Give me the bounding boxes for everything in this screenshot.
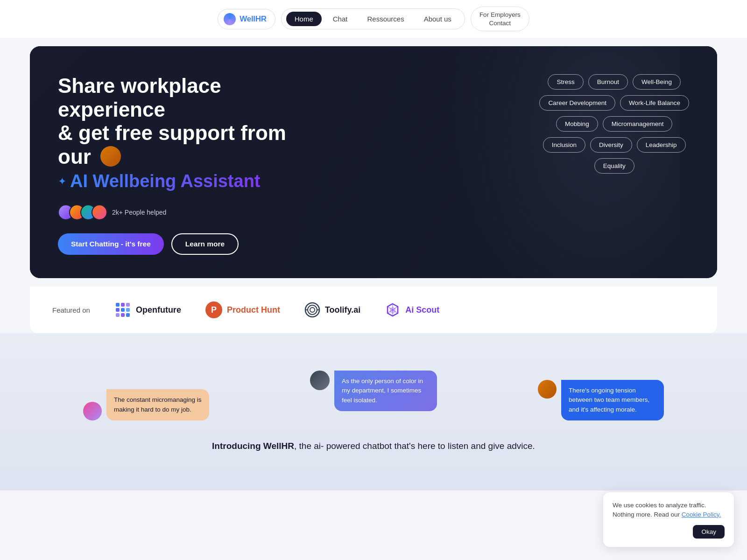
chat-avatar-2 xyxy=(310,371,330,390)
tag-career[interactable]: Career Development xyxy=(539,95,615,111)
hero-tags: Stress Burnout Well-Being Career Develop… xyxy=(539,74,689,174)
logo[interactable]: WellHR xyxy=(218,9,275,29)
svg-rect-1 xyxy=(121,303,125,307)
start-chatting-button[interactable]: Start Chatting - it's free xyxy=(58,233,164,255)
nav-cta-line1: For Employers xyxy=(479,11,521,19)
aiscout-icon xyxy=(385,302,401,318)
openfuture-text: Openfuture xyxy=(136,305,181,315)
svg-rect-4 xyxy=(121,308,125,312)
hero-title: Share workplace experience & get free su… xyxy=(58,74,319,168)
producthunt-icon: P xyxy=(205,301,222,318)
tag-mobbing[interactable]: Mobbing xyxy=(556,116,598,132)
openfuture-logo[interactable]: Openfuture xyxy=(114,301,181,318)
svg-rect-8 xyxy=(126,313,130,317)
learn-more-button[interactable]: Learn more xyxy=(171,233,239,255)
svg-rect-5 xyxy=(126,308,130,312)
openfuture-icon xyxy=(114,301,131,318)
nav-chat[interactable]: Chat xyxy=(324,12,356,26)
intro-bold: Introducing WellHR xyxy=(212,441,294,451)
tag-micromanagement[interactable]: Micromanagement xyxy=(603,116,673,132)
chat-avatar-3 xyxy=(538,380,557,399)
toolify-icon xyxy=(304,302,320,318)
hero-buttons: Start Chatting - it's free Learn more xyxy=(58,233,319,255)
svg-point-10 xyxy=(308,305,317,315)
logo-text: WellHR xyxy=(240,14,266,24)
chat-item-2: As the only person of color in my depart… xyxy=(310,371,437,411)
svg-rect-0 xyxy=(116,303,120,307)
cookie-policy-link[interactable]: Cookie Policy. xyxy=(682,511,721,518)
hero-section: Share workplace experience & get free su… xyxy=(30,46,717,278)
hero-tags-row-4: Inclusion Diversity Leadership xyxy=(539,137,689,153)
hero-avatars xyxy=(58,204,107,220)
chat-bubble-2: As the only person of color in my depart… xyxy=(334,371,437,411)
producthunt-logo[interactable]: P Product Hunt xyxy=(205,301,280,318)
tag-burnout[interactable]: Burnout xyxy=(588,74,628,90)
tag-stress[interactable]: Stress xyxy=(548,74,583,90)
nav-about[interactable]: About us xyxy=(416,12,460,26)
aiscout-logo[interactable]: Ai Scout xyxy=(385,302,439,318)
hero-tags-row-2: Career Development Work-Life Balance xyxy=(539,95,689,111)
chat-bubble-1: The constant micromanaging is making it … xyxy=(106,389,209,420)
nav-links: Home Chat Ressources About us xyxy=(281,8,465,29)
tag-equality[interactable]: Equality xyxy=(594,158,634,174)
people-count: 2k+ People helped xyxy=(112,209,166,216)
svg-rect-7 xyxy=(121,313,125,317)
nav-cta-line2: Contact xyxy=(479,19,521,28)
svg-rect-3 xyxy=(116,308,120,312)
chat-section: The constant micromanaging is making it … xyxy=(0,333,747,490)
aiscout-text: Ai Scout xyxy=(405,305,439,315)
hero-social-proof: 2k+ People helped xyxy=(58,204,319,220)
tag-leadership[interactable]: Leadership xyxy=(637,137,686,153)
cookie-banner: We use cookies to analyze traffic. Nothi… xyxy=(603,492,734,547)
producthunt-text: Product Hunt xyxy=(227,305,280,315)
cookie-okay-button[interactable]: Okay xyxy=(693,525,725,539)
chat-bubbles: The constant micromanaging is making it … xyxy=(37,361,710,420)
logo-icon xyxy=(224,13,236,25)
nav-ressources[interactable]: Ressources xyxy=(359,12,412,26)
svg-rect-6 xyxy=(116,313,120,317)
tag-diversity[interactable]: Diversity xyxy=(590,137,632,153)
svg-rect-2 xyxy=(126,303,130,307)
hero-ai-text: AI Wellbeing Assistant xyxy=(70,171,261,191)
chat-bubble-3: There's ongoing tension between two team… xyxy=(561,380,664,420)
cookie-text: We use cookies to analyze traffic. Nothi… xyxy=(613,501,725,520)
nav-home[interactable]: Home xyxy=(286,12,322,26)
chat-avatar-1 xyxy=(83,402,102,420)
intro-text: Introducing WellHR, the ai- powered chat… xyxy=(37,439,710,453)
hero-tags-row-3: Mobbing Micromanagement xyxy=(539,116,689,132)
hero-content: Share workplace experience & get free su… xyxy=(30,46,347,278)
hero-tags-row-1: Stress Burnout Well-Being xyxy=(539,74,689,90)
tag-worklife[interactable]: Work-Life Balance xyxy=(620,95,689,111)
featured-section: Featured on Openfuture P Product Hunt xyxy=(30,287,717,333)
toolify-logo[interactable]: Toolify.ai xyxy=(304,302,360,318)
chat-item-3: There's ongoing tension between two team… xyxy=(538,380,664,420)
avatar-4 xyxy=(92,204,107,220)
hero-inline-avatar xyxy=(100,146,121,167)
diamond-icon: ✦ xyxy=(58,175,66,188)
tag-wellbeing[interactable]: Well-Being xyxy=(633,74,681,90)
toolify-text: Toolify.ai xyxy=(325,305,360,315)
employers-contact-button[interactable]: For Employers Contact xyxy=(471,7,529,31)
tag-inclusion[interactable]: Inclusion xyxy=(543,137,585,153)
svg-point-11 xyxy=(310,308,315,312)
intro-rest: , the ai- powered chatbot that's here to… xyxy=(294,441,535,451)
featured-label: Featured on xyxy=(52,306,90,314)
hero-tags-row-5: Equality xyxy=(539,158,689,174)
chat-item-1: The constant micromanaging is making it … xyxy=(83,389,209,420)
hero-ai-line: ✦ AI Wellbeing Assistant xyxy=(58,171,319,191)
navigation: WellHR Home Chat Ressources About us For… xyxy=(0,0,747,38)
